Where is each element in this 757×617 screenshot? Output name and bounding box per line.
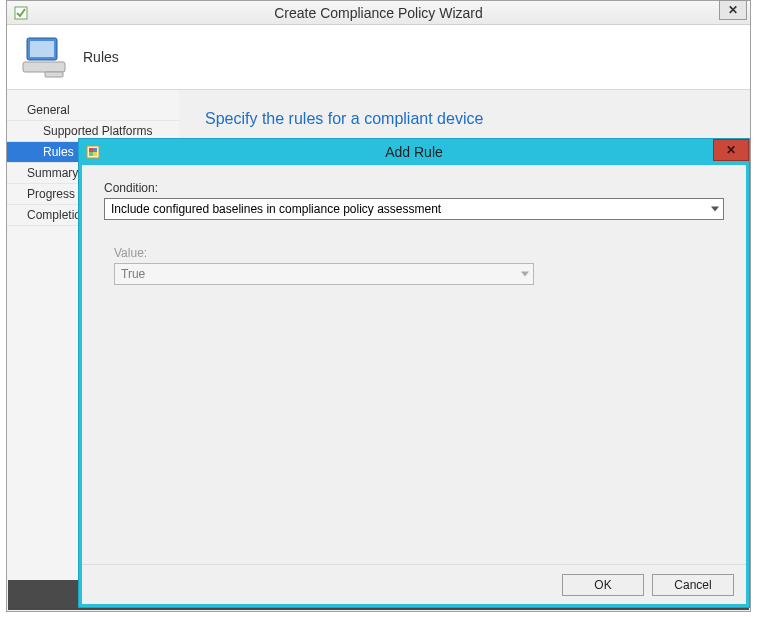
wizard-system-icon	[11, 3, 31, 23]
dialog-body: Condition: Include configured baselines …	[82, 165, 746, 563]
sidebar-item-general[interactable]: General	[7, 100, 179, 121]
dialog-titlebar[interactable]: Add Rule ✕	[79, 139, 749, 165]
close-icon: ✕	[726, 143, 736, 157]
add-rule-dialog: Add Rule ✕ Condition: Include configured…	[78, 138, 750, 608]
dialog-title: Add Rule	[79, 144, 749, 160]
value-value: True	[121, 267, 145, 281]
cancel-button[interactable]: Cancel	[652, 574, 734, 596]
wizard-main-heading: Specify the rules for a compliant device	[205, 110, 724, 128]
svg-rect-9	[93, 152, 97, 156]
computer-icon	[19, 32, 69, 82]
condition-label: Condition:	[104, 181, 724, 195]
dialog-footer: OK Cancel	[82, 564, 746, 604]
svg-rect-3	[23, 62, 65, 72]
chevron-down-icon	[711, 207, 719, 212]
ok-label: OK	[594, 578, 611, 592]
ok-button[interactable]: OK	[562, 574, 644, 596]
value-block: Value: True	[114, 246, 534, 285]
dialog-system-icon	[85, 144, 101, 160]
wizard-header: Rules	[7, 25, 750, 90]
svg-rect-4	[45, 72, 63, 77]
cancel-label: Cancel	[674, 578, 711, 592]
value-dropdown: True	[114, 263, 534, 285]
condition-dropdown[interactable]: Include configured baselines in complian…	[104, 198, 724, 220]
chevron-down-icon	[521, 272, 529, 277]
wizard-title: Create Compliance Policy Wizard	[7, 5, 750, 21]
dialog-close-button[interactable]: ✕	[713, 139, 749, 161]
svg-rect-2	[30, 41, 54, 57]
svg-rect-6	[89, 148, 93, 152]
condition-value: Include configured baselines in complian…	[111, 202, 441, 216]
wizard-close-button[interactable]: ✕	[719, 0, 747, 20]
wizard-header-label: Rules	[83, 49, 119, 65]
wizard-titlebar[interactable]: Create Compliance Policy Wizard ✕	[7, 1, 750, 25]
svg-rect-7	[93, 148, 97, 152]
value-label: Value:	[114, 246, 534, 260]
svg-rect-8	[89, 152, 93, 156]
close-icon: ✕	[728, 3, 738, 17]
